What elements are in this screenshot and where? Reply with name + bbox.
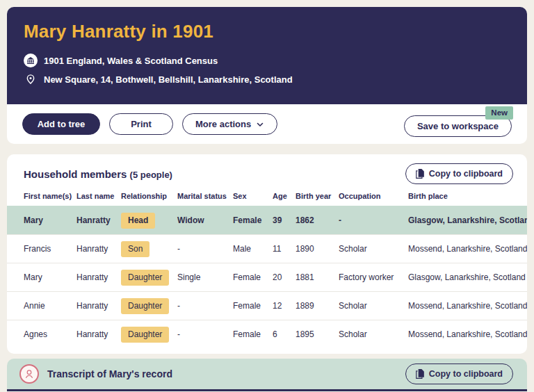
cell-last-name: Hanratty <box>76 244 121 254</box>
record-address-row: New Square, 14, Bothwell, Bellshill, Lan… <box>24 74 510 85</box>
cell-first-name: Annie <box>24 301 76 311</box>
cell-marital-status: - <box>177 329 233 339</box>
cell-occupation: - <box>339 215 408 225</box>
clipboard-icon <box>416 169 424 179</box>
cell-occupation: Scholar <box>339 329 408 339</box>
cell-relationship: Daughter <box>121 298 177 314</box>
cell-age: 11 <box>273 244 296 254</box>
record-address-label: New Square, 14, Bothwell, Bellshill, Lan… <box>44 74 293 85</box>
cell-occupation: Factory worker <box>339 272 408 282</box>
clipboard-icon <box>416 369 424 379</box>
more-actions-button[interactable]: More actions <box>182 113 277 135</box>
transcript-section-header: Transcript of Mary's record Copy to clip… <box>7 359 527 391</box>
cell-first-name: Mary <box>24 272 76 282</box>
new-badge: New <box>485 106 513 120</box>
cell-first-name: Mary <box>24 215 76 225</box>
household-title-text: Household members <box>24 168 127 180</box>
table-row-mary-daughter[interactable]: Mary Hanratty Daughter Single Female 20 … <box>7 263 527 291</box>
copy-household-button[interactable]: Copy to clipboard <box>405 163 513 184</box>
col-marital-status: Marital status <box>177 192 233 200</box>
cell-birth-place: Glasgow, Lanarkshire, Scotland <box>408 215 527 225</box>
cell-last-name: Hanratty <box>76 329 121 339</box>
cell-relationship: Daughter <box>121 327 177 343</box>
save-to-workspace-wrap: New Save to workspace <box>404 115 512 137</box>
cell-sex: Male <box>233 244 273 254</box>
col-age: Age <box>273 192 296 200</box>
col-birth-year: Birth year <box>296 192 339 200</box>
cell-last-name: Hanratty <box>76 272 121 282</box>
page-title: Mary Hanratty in 1901 <box>24 21 510 42</box>
cell-birth-year: 1890 <box>296 244 339 254</box>
cell-relationship: Daughter <box>121 270 177 286</box>
cell-birth-year: 1889 <box>296 301 339 311</box>
cell-birth-place: Mossend, Lanarkshire, Scotland <box>408 329 527 339</box>
cell-birth-place: Mossend, Lanarkshire, Scotland <box>408 301 527 311</box>
cell-age: 39 <box>273 215 296 225</box>
cell-first-name: Agnes <box>24 329 76 339</box>
relationship-badge: Daughter <box>121 270 169 286</box>
household-members-card: Household members (5 people) Copy to cli… <box>7 154 527 354</box>
col-last-name: Last name <box>76 192 121 200</box>
more-actions-label: More actions <box>195 119 251 129</box>
cell-marital-status: Single <box>177 272 233 282</box>
record-page: Mary Hanratty in 1901 1901 England, Wale… <box>0 0 534 391</box>
household-title: Household members (5 people) <box>24 168 172 180</box>
cell-birth-place: Glasgow, Lanarkshire, Scotland <box>408 272 526 282</box>
relationship-badge: Daughter <box>121 298 169 314</box>
record-header: Mary Hanratty in 1901 1901 England, Wale… <box>7 7 527 104</box>
cell-first-name: Francis <box>24 244 76 254</box>
record-source-label: 1901 England, Wales & Scotland Census <box>44 56 218 66</box>
cell-last-name: Hanratty <box>76 301 121 311</box>
copy-transcript-button[interactable]: Copy to clipboard <box>405 364 513 384</box>
cell-sex: Female <box>233 215 273 225</box>
col-sex: Sex <box>233 192 273 200</box>
table-row-agnes[interactable]: Agnes Hanratty Daughter - Female 6 1895 … <box>7 320 527 348</box>
chevron-down-icon <box>256 120 264 129</box>
actions-toolbar: Add to tree Print More actions New Save … <box>7 104 527 144</box>
relationship-badge: Son <box>121 241 149 257</box>
col-first-name: First name(s) <box>24 192 76 200</box>
portrait-icon <box>19 364 39 384</box>
cell-marital-status: Widow <box>177 215 233 225</box>
table-row-francis[interactable]: Francis Hanratty Son - Male 11 1890 Scho… <box>7 234 527 263</box>
cell-sex: Female <box>233 272 273 282</box>
copy-transcript-label: Copy to clipboard <box>429 369 503 379</box>
cell-age: 12 <box>273 301 296 311</box>
relationship-badge: Daughter <box>121 327 169 343</box>
cell-sex: Female <box>233 329 273 339</box>
cell-birth-year: 1881 <box>296 272 339 282</box>
cell-age: 6 <box>273 329 296 339</box>
col-relationship: Relationship <box>121 192 177 200</box>
census-building-icon <box>24 54 38 67</box>
cell-birth-place: Mossend, Lanarkshire, Scotland <box>408 244 527 254</box>
print-button[interactable]: Print <box>109 113 173 135</box>
cell-sex: Female <box>233 301 273 311</box>
cell-marital-status: - <box>177 244 233 254</box>
cell-marital-status: - <box>177 301 233 311</box>
cell-relationship: Head <box>121 213 177 229</box>
household-table-header: First name(s) Last name Relationship Mar… <box>7 186 527 206</box>
cell-last-name: Hanratty <box>76 215 121 225</box>
location-pin-icon <box>24 74 38 85</box>
cell-occupation: Scholar <box>339 301 408 311</box>
copy-household-label: Copy to clipboard <box>429 169 503 179</box>
household-card-header: Household members (5 people) Copy to cli… <box>7 154 527 186</box>
cell-relationship: Son <box>121 241 177 257</box>
cell-occupation: Scholar <box>339 244 408 254</box>
table-row-mary-head[interactable]: Mary Hanratty Head Widow Female 39 1862 … <box>7 206 527 234</box>
household-count: (5 people) <box>130 170 172 180</box>
cell-birth-year: 1895 <box>296 329 339 339</box>
table-row-annie[interactable]: Annie Hanratty Daughter - Female 12 1889… <box>7 291 527 320</box>
cell-birth-year: 1862 <box>296 215 339 225</box>
col-birth-place: Birth place <box>408 192 524 200</box>
record-source-row: 1901 England, Wales & Scotland Census <box>24 54 510 67</box>
add-to-tree-button[interactable]: Add to tree <box>22 113 100 135</box>
cell-age: 20 <box>273 272 296 282</box>
transcript-title: Transcript of Mary's record <box>47 368 397 379</box>
relationship-badge: Head <box>121 213 155 229</box>
col-occupation: Occupation <box>339 192 408 200</box>
